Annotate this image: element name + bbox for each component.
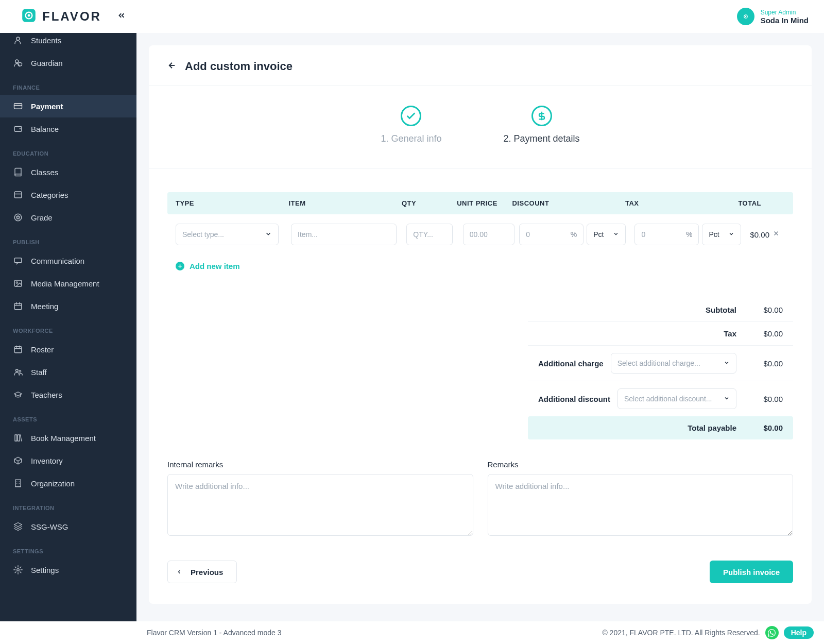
books-icon [13,433,23,443]
step-payment-details: 2. Payment details [504,106,580,144]
subtotal-row: Subtotal $0.00 [528,298,793,322]
svg-point-4 [745,16,746,17]
avatar [737,8,754,25]
sidebar-item-guardian[interactable]: Guardian [0,52,136,74]
sidebar-item-inventory[interactable]: Inventory [0,449,136,472]
select-placeholder: Select type... [182,230,224,239]
col-item: ITEM [288,199,401,207]
total-payable-row: Total payable $0.00 [528,416,793,439]
folder-icon [13,190,23,200]
sidebar-item-meeting[interactable]: Meeting [0,295,136,317]
sidebar-item-settings[interactable]: Settings [0,558,136,581]
sidebar-section-label: WORKFORCE [0,317,136,338]
whatsapp-button[interactable] [765,626,779,639]
additional-charge-value: $0.00 [736,359,783,368]
chevron-down-icon [613,230,619,239]
additional-discount-value: $0.00 [736,395,783,403]
header: FLAVOR Super Admin Soda In Mind [0,0,824,33]
gear-icon [13,565,23,575]
cap-icon [13,389,23,400]
sidebar-item-label: Organization [31,479,75,488]
check-icon [401,106,421,126]
sidebar-item-students[interactable]: Students [0,33,136,52]
user-icon [13,35,23,45]
select-placeholder: Select additional discount... [624,395,712,403]
item-input[interactable] [291,224,397,245]
unit-price-input[interactable] [463,224,514,245]
layers-icon [13,521,23,532]
sidebar-item-roster[interactable]: Roster [0,338,136,361]
delete-row-button[interactable] [772,230,780,239]
sidebar-item-organization[interactable]: Organization [0,472,136,495]
additional-charge-row: Additional charge Select additional char… [528,346,793,381]
remarks-input[interactable] [488,474,794,536]
sidebar-item-classes[interactable]: Classes [0,161,136,183]
page-title: Add custom invoice [185,60,293,73]
type-select[interactable]: Select type... [176,224,279,245]
step-general-info[interactable]: 1. General info [381,106,441,144]
svg-rect-30 [15,480,21,487]
svg-rect-14 [14,280,22,286]
sidebar-item-categories[interactable]: Categories [0,183,136,206]
sidebar-item-staff[interactable]: Staff [0,361,136,383]
tax-unit-select[interactable]: Pct [702,224,741,245]
sidebar: StudentsGuardianFINANCEPaymentBalanceEDU… [0,33,136,621]
discount-unit-select[interactable]: Pct [587,224,626,245]
col-type: TYPE [176,199,288,207]
sidebar-item-ssg-wsg[interactable]: SSG-WSG [0,515,136,538]
sidebar-collapse-button[interactable] [117,11,126,22]
logo[interactable]: FLAVOR [21,7,126,26]
publish-button[interactable]: Publish invoice [710,561,793,583]
previous-label: Previous [191,568,223,577]
book-icon [13,167,23,177]
items-table: TYPE ITEM QTY UNIT PRICE DISCOUNT TAX TO… [149,168,812,293]
footer-copyright: © 2021, FLAVOR PTE. LTD. All Rights Rese… [602,629,760,637]
qty-input[interactable] [406,224,453,245]
col-tax: TAX [625,199,738,207]
sidebar-item-label: Payment [31,102,63,111]
additional-charge-select[interactable]: Select additional charge... [611,353,736,374]
sidebar-item-teachers[interactable]: Teachers [0,383,136,406]
sidebar-item-book-management[interactable]: Book Management [0,427,136,449]
svg-point-24 [16,369,19,372]
discount-input[interactable]: % [519,224,583,245]
sidebar-item-communication[interactable]: Communication [0,249,136,272]
sidebar-item-payment[interactable]: Payment [0,95,136,117]
sidebar-section-label: PUBLISH [0,229,136,249]
remarks-section: Internal remarks Remarks [149,460,812,550]
row-total: $0.00 [750,230,769,239]
sidebar-item-label: Book Management [31,434,96,443]
card: Add custom invoice 1. General info 2. Pa… [149,45,812,604]
table-header: TYPE ITEM QTY UNIT PRICE DISCOUNT TAX TO… [167,192,793,214]
sidebar-item-media-management[interactable]: Media Management [0,272,136,295]
svg-point-6 [15,60,19,63]
svg-point-5 [16,37,20,40]
back-button[interactable] [167,61,177,72]
user-menu[interactable]: Super Admin Soda In Mind [737,8,809,25]
group-icon [13,367,23,377]
sidebar-item-label: Teachers [31,391,62,399]
internal-remarks-input[interactable] [167,474,473,536]
additional-discount-row: Additional discount Select additional di… [528,381,793,416]
col-total: TOTAL [738,199,785,207]
svg-rect-13 [14,258,22,263]
step-label: 1. General info [381,133,441,144]
sidebar-item-label: Meeting [31,302,58,311]
footer: Flavor CRM Version 1 - Advanced mode 3 ©… [0,621,824,644]
sidebar-item-label: Students [31,36,61,45]
user-name: Soda In Mind [761,16,809,25]
sidebar-item-grade[interactable]: Grade [0,206,136,229]
svg-marker-35 [14,523,22,527]
sidebar-item-label: Roster [31,345,54,354]
tax-input[interactable]: % [634,224,699,245]
previous-button[interactable]: Previous [167,561,237,583]
help-button[interactable]: Help [784,626,814,639]
svg-rect-7 [14,104,22,109]
sidebar-item-balance[interactable]: Balance [0,117,136,140]
total-payable-label: Total payable [638,423,737,432]
actions: Previous Publish invoice [149,550,812,604]
additional-discount-select[interactable]: Select additional discount... [617,388,736,409]
add-item-button[interactable]: + Add new item [167,255,793,283]
svg-point-12 [14,214,22,221]
col-qty: QTY [402,199,457,207]
